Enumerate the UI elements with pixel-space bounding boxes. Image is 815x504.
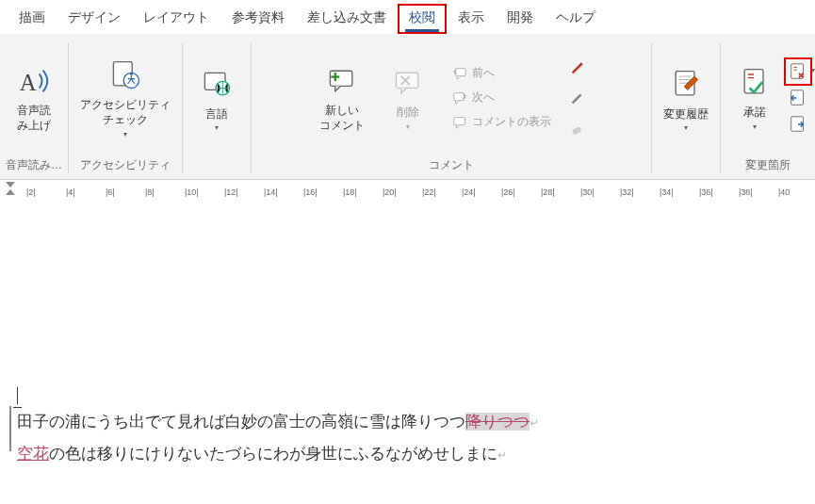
document-area[interactable]: 田子の浦にうち出でて見れば白妙の富士の高嶺に雪は降りつつ降りつつ↵ 空花の色は移…	[0, 199, 815, 470]
svg-rect-9	[454, 92, 465, 100]
accessibility-label: アクセシビリティ チェック	[80, 98, 171, 127]
dropdown-icon: ▾	[684, 123, 688, 132]
prev-comment-label: 前へ	[472, 65, 495, 81]
accessibility-icon	[106, 57, 144, 94]
tab-mailings[interactable]: 差し込み文書	[296, 4, 398, 34]
group-tracking: 変更履歴 ▾	[652, 34, 720, 179]
ruler-mark: |30|	[580, 187, 595, 197]
track-changes-label: 変更履歴	[663, 107, 709, 122]
dropdown-icon: ▾	[215, 123, 219, 132]
next-change-button[interactable]	[787, 113, 809, 136]
change-bar	[9, 406, 11, 451]
track-changes-button[interactable]: 変更履歴 ▾	[658, 62, 714, 137]
new-comment-icon	[323, 62, 361, 100]
reject-button[interactable]: ▾	[787, 60, 809, 83]
inserted-text[interactable]: 空花	[17, 445, 49, 463]
tab-developer[interactable]: 開発	[496, 4, 545, 34]
delete-comment-button[interactable]: 削除 ▾	[380, 60, 436, 135]
ruler-mark: |18|	[343, 187, 357, 197]
group-accessibility: アクセシビリティ チェック ▾ アクセシビリティ	[69, 34, 182, 179]
accept-label: 承諾	[743, 106, 766, 121]
tab-view[interactable]: 表示	[447, 4, 496, 34]
dropdown-icon: ▾	[123, 130, 127, 138]
ruler-mark: |34|	[660, 187, 674, 197]
svg-point-3	[130, 73, 133, 75]
ruler-mark: |4|	[66, 187, 75, 197]
doc-line1-text[interactable]: 田子の浦にうち出でて見れば白妙の富士の高嶺に雪は降りつつ	[17, 413, 465, 431]
group-comments-label: コメント	[429, 155, 474, 177]
group-changes: 承諾 ▾ ▾	[721, 34, 815, 179]
ruler-mark: |38|	[739, 187, 753, 197]
pencil-icon[interactable]	[566, 87, 589, 109]
ruler-mark: |12|	[224, 187, 238, 197]
ruler-mark: |24|	[462, 187, 476, 197]
language-label: 言語	[205, 107, 228, 122]
paragraph-mark: ↵	[497, 448, 507, 462]
dropdown-icon: ▾	[753, 122, 757, 131]
dropdown-icon: ▾	[406, 122, 410, 131]
svg-rect-10	[454, 117, 465, 124]
eraser-icon[interactable]	[566, 117, 589, 139]
svg-rect-11	[572, 126, 581, 135]
ruler-mark: |16|	[303, 187, 318, 197]
tab-layout[interactable]: レイアウト	[132, 4, 220, 34]
group-speech-label: 音声読み…	[6, 155, 62, 177]
read-aloud-label: 音声読 み上げ	[17, 104, 51, 133]
delete-comment-icon	[389, 64, 427, 102]
next-comment-icon	[451, 89, 468, 106]
text-cursor	[17, 387, 18, 404]
ruler[interactable]: |2||4||6||8||10||12||14||16||18||20||22|…	[0, 180, 815, 199]
tab-review[interactable]: 校閲	[398, 4, 447, 34]
doc-line2-text[interactable]: の色は移りにけりないたづらにわが身世にふるながめせしまに	[49, 445, 497, 463]
prev-change-button[interactable]	[787, 87, 809, 109]
ruler-mark: |20|	[383, 187, 397, 197]
ink-pen-icon[interactable]	[566, 57, 589, 79]
delete-comment-label: 削除	[397, 106, 419, 121]
accept-button[interactable]: 承諾 ▾	[726, 60, 783, 135]
next-comment-button[interactable]: 次へ	[446, 87, 557, 109]
language-button[interactable]: 言語 ▾	[188, 62, 245, 137]
hanging-indent-marker[interactable]	[6, 189, 15, 195]
show-comments-icon	[451, 114, 468, 131]
paragraph-mark: ↵	[530, 416, 539, 430]
language-icon	[198, 66, 236, 104]
ruler-mark: |36|	[699, 187, 713, 197]
deleted-text[interactable]: 降りつつ	[465, 413, 530, 431]
read-aloud-button[interactable]: A 音声読 み上げ	[6, 58, 62, 137]
accessibility-check-button[interactable]: アクセシビリティ チェック ▾	[74, 53, 176, 141]
tab-help[interactable]: ヘルプ	[545, 4, 607, 34]
tab-drawing[interactable]: 描画	[8, 4, 57, 34]
svg-rect-13	[744, 70, 763, 93]
svg-text:A: A	[20, 69, 37, 94]
read-aloud-icon: A	[15, 62, 53, 100]
group-language: 言語 ▾	[183, 34, 251, 179]
group-accessibility-label: アクセシビリティ	[80, 155, 171, 177]
tab-design[interactable]: デザイン	[57, 4, 132, 34]
track-changes-icon	[667, 66, 705, 104]
first-line-indent-marker[interactable]	[6, 182, 15, 187]
prev-comment-icon	[451, 65, 468, 82]
ruler-mark: |28|	[541, 187, 555, 197]
ruler-mark: |2|	[26, 187, 36, 197]
ruler-mark: |10|	[185, 187, 199, 197]
svg-rect-7	[396, 73, 417, 88]
accept-icon	[736, 64, 774, 102]
ruler-mark: |6|	[106, 187, 115, 197]
tab-references[interactable]: 参考資料	[220, 4, 296, 34]
word-app-window: 描画 デザイン レイアウト 参考資料 差し込み文書 校閲 表示 開発 ヘルプ A	[0, 0, 815, 504]
ruler-mark: |32|	[620, 187, 634, 197]
ribbon: A 音声読 み上げ 音声読み…	[0, 34, 815, 180]
new-comment-label: 新しい コメント	[319, 104, 365, 133]
ruler-mark: |14|	[264, 187, 278, 197]
ruler-mark: |8|	[145, 187, 155, 197]
ruler-mark: |26|	[501, 187, 515, 197]
svg-rect-8	[456, 68, 466, 75]
show-comments-label: コメントの表示	[472, 114, 551, 130]
group-changes-label: 変更箇所	[745, 155, 791, 177]
group-comments: 新しい コメント 削除 ▾	[252, 34, 651, 179]
group-speech: A 音声読 み上げ 音声読み…	[0, 34, 68, 179]
prev-comment-button[interactable]: 前へ	[446, 62, 557, 85]
new-comment-button[interactable]: 新しい コメント	[314, 58, 370, 137]
show-comments-button[interactable]: コメントの表示	[446, 111, 557, 134]
svg-rect-6	[330, 71, 351, 86]
